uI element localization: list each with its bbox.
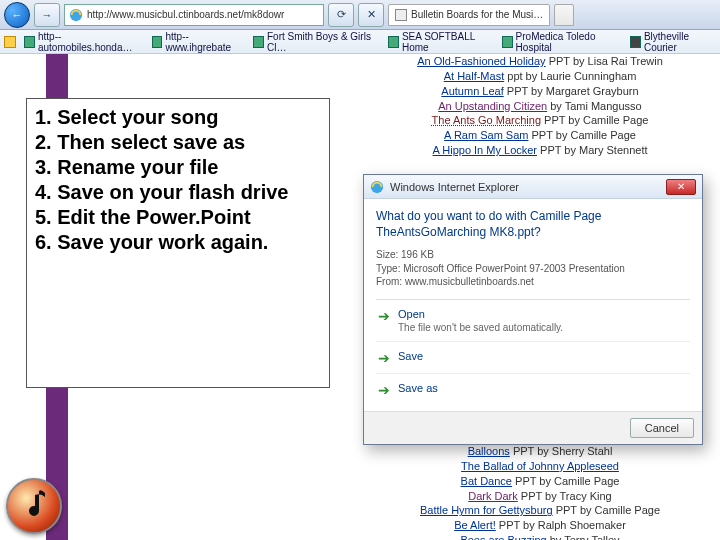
dialog-footer: Cancel	[364, 411, 702, 444]
song-meta: by Tami Mangusso	[547, 100, 642, 112]
song-row: The Ants Go Marching PPT by Camille Page	[390, 113, 690, 128]
song-row: Bat Dance PPT by Camille Page	[390, 474, 690, 489]
song-link[interactable]: An Old-Fashioned Holiday	[417, 55, 545, 67]
instruction-line: 5. Edit the Power.Point	[35, 205, 321, 230]
page-icon	[502, 36, 513, 48]
bookmarks-bar: http--automobiles.honda… http--www.ihgre…	[0, 30, 720, 54]
browser-tab-active[interactable]: Bulletin Boards for the Musi…	[388, 4, 550, 26]
music-note-logo	[6, 478, 62, 534]
dialog-title: Windows Internet Explorer	[390, 181, 519, 193]
song-meta: PPT by Tracy King	[518, 490, 612, 502]
browser-toolbar: ← → http://www.musicbul.ctinboards.net/m…	[0, 0, 720, 30]
song-row: Battle Hymn for Gettysburg PPT by Camill…	[390, 503, 690, 518]
song-meta: by Terry Talley	[547, 534, 620, 540]
song-row: A Hippo In My Locker PPT by Mary Stennet…	[390, 143, 690, 158]
ie-icon	[69, 8, 83, 22]
dialog-option-open[interactable]: ➔ Open The file won't be saved automatic…	[376, 300, 690, 342]
new-tab-button[interactable]	[554, 4, 574, 26]
address-url: http://www.musicbul.ctinboards.net/mk8do…	[87, 9, 284, 20]
refresh-icon: ⟳	[337, 8, 346, 21]
song-row: The Ballad of Johnny Appleseed	[390, 459, 690, 474]
arrow-right-icon: →	[42, 9, 53, 21]
song-meta: PPT by Camille Page	[528, 129, 635, 141]
page-icon	[152, 36, 163, 48]
song-meta: PPT by Mary Stennett	[537, 144, 647, 156]
song-link[interactable]: An Upstanding Citizen	[438, 100, 547, 112]
instruction-line: 2. Then select save as	[35, 130, 321, 155]
song-link[interactable]: Autumn Leaf	[441, 85, 503, 97]
instruction-line: 4. Save on your flash drive	[35, 180, 321, 205]
download-dialog: Windows Internet Explorer ✕ What do you …	[363, 174, 703, 445]
forward-button[interactable]: →	[34, 3, 60, 27]
song-row: An Old-Fashioned Holiday PPT by Lisa Rai…	[390, 54, 690, 69]
song-meta: PPT by Camille Page	[541, 114, 648, 126]
instruction-line: 3. Rename your file	[35, 155, 321, 180]
song-link[interactable]: Be Alert!	[454, 519, 496, 531]
bookmark-item[interactable]: SEA SOFTBALL Home	[388, 31, 494, 53]
instruction-line: 1. Select your song	[35, 105, 321, 130]
close-icon: ✕	[677, 181, 685, 192]
cancel-button[interactable]: Cancel	[630, 418, 694, 438]
song-link[interactable]: A Hippo In My Locker	[432, 144, 537, 156]
song-row: Autumn Leaf PPT by Margaret Grayburn	[390, 84, 690, 99]
song-link[interactable]: Battle Hymn for Gettysburg	[420, 504, 553, 516]
song-row: Bees are Buzzing by Terry Talley	[390, 533, 690, 540]
song-link[interactable]: The Ballad of Johnny Appleseed	[461, 460, 619, 472]
tab-label: Bulletin Boards for the Musi…	[411, 9, 543, 20]
slide-content: 1. Select your song 2. Then select save …	[0, 54, 720, 540]
song-meta: ppt by Laurie Cunningham	[504, 70, 636, 82]
song-row: A Ram Sam Sam PPT by Camille Page	[390, 128, 690, 143]
song-link[interactable]: A Ram Sam Sam	[444, 129, 528, 141]
dialog-question: What do you want to do with Camille Page…	[376, 209, 690, 240]
dialog-option-save[interactable]: ➔ Save	[376, 342, 690, 374]
song-meta: PPT by Camille Page	[512, 475, 619, 487]
song-link[interactable]: Balloons	[468, 445, 510, 457]
close-icon: ✕	[367, 8, 376, 21]
song-meta: PPT by Lisa Rai Trewin	[546, 55, 663, 67]
back-button[interactable]: ←	[4, 2, 30, 28]
dialog-titlebar[interactable]: Windows Internet Explorer ✕	[364, 175, 702, 199]
song-link[interactable]: The Ants Go Marching	[432, 114, 541, 126]
song-list-bottom: Balloons PPT by Sherry StahlThe Ballad o…	[390, 444, 690, 540]
page-icon	[253, 36, 264, 48]
song-row: At Half-Mast ppt by Laurie Cunningham	[390, 69, 690, 84]
song-meta: PPT by Camille Page	[553, 504, 660, 516]
arrow-right-icon: ➔	[378, 351, 390, 365]
bookmark-item[interactable]: http--automobiles.honda…	[24, 31, 144, 53]
arrow-right-icon: ➔	[378, 309, 390, 323]
song-meta: PPT by Sherry Stahl	[510, 445, 613, 457]
bookmark-item[interactable]: Fort Smith Boys & Girls Cl…	[253, 31, 380, 53]
song-link[interactable]: Bat Dance	[461, 475, 512, 487]
refresh-button[interactable]: ⟳	[328, 3, 354, 27]
song-list-top: An Old-Fashioned Holiday PPT by Lisa Rai…	[390, 54, 690, 158]
star-icon	[4, 36, 16, 48]
bookmark-item[interactable]: http--www.ihgrebate	[152, 31, 246, 53]
favicon-icon	[395, 9, 407, 21]
dialog-option-save-as[interactable]: ➔ Save as	[376, 374, 690, 405]
song-link[interactable]: Dark Dark	[468, 490, 518, 502]
bookmark-item[interactable]: ProMedica Toledo Hospital	[502, 31, 622, 53]
dialog-close-button[interactable]: ✕	[666, 179, 696, 195]
stop-button[interactable]: ✕	[358, 3, 384, 27]
instructions-panel: 1. Select your song 2. Then select save …	[26, 98, 330, 388]
bookmark-item[interactable]: Blytheville Courier	[630, 31, 716, 53]
page-icon	[388, 36, 399, 48]
page-icon	[630, 36, 641, 48]
music-note-icon	[19, 489, 49, 523]
dialog-file-info: Size: 196 KB Type: Microsoft Office Powe…	[376, 248, 690, 289]
song-link[interactable]: At Half-Mast	[444, 70, 505, 82]
ie-icon	[370, 180, 384, 194]
instruction-line: 6. Save your work again.	[35, 230, 321, 255]
page-icon	[24, 36, 35, 48]
arrow-left-icon: ←	[12, 9, 23, 21]
song-link[interactable]: Bees are Buzzing	[460, 534, 546, 540]
song-row: Balloons PPT by Sherry Stahl	[390, 444, 690, 459]
arrow-right-icon: ➔	[378, 383, 390, 397]
song-row: An Upstanding Citizen by Tami Mangusso	[390, 99, 690, 114]
song-row: Dark Dark PPT by Tracy King	[390, 489, 690, 504]
dialog-options: ➔ Open The file won't be saved automatic…	[376, 299, 690, 405]
address-bar[interactable]: http://www.musicbul.ctinboards.net/mk8do…	[64, 4, 324, 26]
song-meta: PPT by Margaret Grayburn	[504, 85, 639, 97]
favorites-button[interactable]	[4, 36, 16, 48]
song-meta: PPT by Ralph Shoemaker	[496, 519, 626, 531]
